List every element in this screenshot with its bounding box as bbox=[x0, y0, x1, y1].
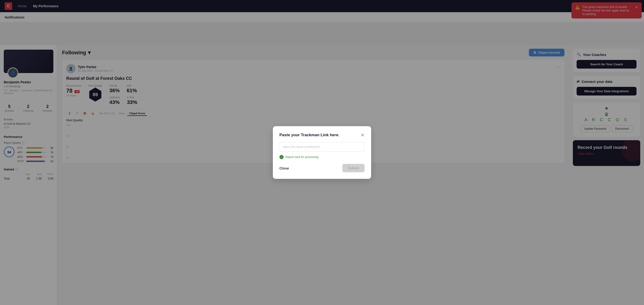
trackman-link-input[interactable] bbox=[280, 142, 364, 152]
success-check-icon: ✓ bbox=[280, 155, 284, 159]
modal-actions: Close Submit bbox=[280, 164, 364, 172]
modal-close-x-button[interactable]: ✕ bbox=[360, 133, 364, 138]
modal-success-message: ✓ Report sent for processing bbox=[280, 155, 364, 159]
modal-submit-button[interactable]: Submit bbox=[342, 164, 364, 172]
modal-title: Paste your Trackman Link here. bbox=[280, 133, 339, 138]
modal-close-button[interactable]: Close bbox=[280, 166, 289, 170]
trackman-modal: Paste your Trackman Link here. ✕ ✓ Repor… bbox=[273, 126, 371, 179]
modal-header: Paste your Trackman Link here. ✕ bbox=[280, 133, 364, 138]
modal-overlay[interactable]: Paste your Trackman Link here. ✕ ✓ Repor… bbox=[0, 0, 644, 305]
